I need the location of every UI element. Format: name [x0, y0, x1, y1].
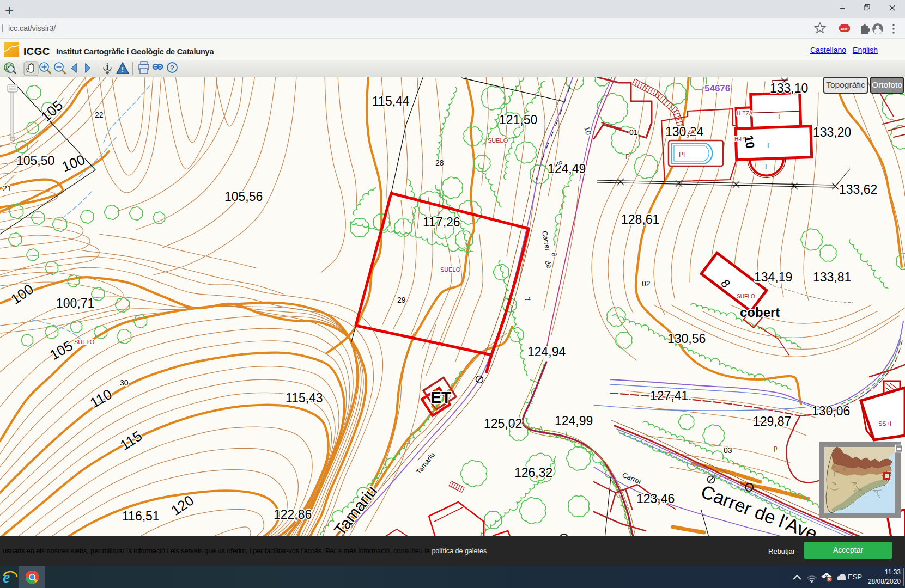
svg-text:133,62: 133,62	[839, 182, 877, 197]
svg-text:02: 02	[642, 279, 651, 288]
svg-text:21: 21	[3, 184, 11, 193]
svg-text:PI: PI	[679, 151, 685, 158]
svg-text:133,20: 133,20	[813, 125, 851, 139]
svg-text:ABP: ABP	[841, 27, 849, 31]
svg-text:SUELO: SUELO	[440, 266, 461, 273]
svg-text:ET: ET	[430, 388, 451, 406]
svg-text:105,56: 105,56	[224, 189, 263, 204]
svg-text:22: 22	[95, 111, 104, 119]
svg-text:115,43: 115,43	[286, 391, 323, 405]
svg-text:30: 30	[120, 378, 129, 387]
svg-text:133,81: 133,81	[813, 270, 851, 284]
svg-text:10: 10	[742, 134, 757, 150]
svg-text:SUELO: SUELO	[488, 137, 508, 144]
svg-text:?: ?	[170, 64, 174, 72]
svg-text:134,19: 134,19	[754, 270, 792, 284]
svg-text:128,61: 128,61	[621, 212, 659, 226]
svg-text:124,49: 124,49	[548, 162, 586, 176]
svg-text:100,71: 100,71	[56, 296, 94, 310]
svg-text:SUELO: SUELO	[737, 293, 755, 299]
svg-text:115,44: 115,44	[372, 94, 410, 108]
svg-text:116,51: 116,51	[122, 509, 160, 523]
svg-text:130,56: 130,56	[667, 332, 706, 346]
svg-text:cobert: cobert	[740, 305, 780, 320]
svg-text:125,02: 125,02	[484, 416, 522, 431]
svg-text:133,10: 133,10	[770, 81, 808, 95]
svg-text:124,99: 124,99	[555, 414, 593, 428]
svg-text:I: I	[767, 142, 769, 150]
svg-text:p: p	[774, 444, 778, 452]
svg-text:29: 29	[397, 296, 406, 304]
svg-text:105,50: 105,50	[16, 154, 54, 168]
svg-text:28: 28	[435, 158, 444, 167]
svg-text:124,94: 124,94	[527, 345, 566, 359]
svg-text:117,26: 117,26	[423, 215, 460, 229]
svg-text:01: 01	[629, 128, 638, 137]
svg-text:03: 03	[724, 446, 732, 455]
svg-text:123,46: 123,46	[636, 492, 675, 506]
svg-text:I: I	[765, 163, 767, 170]
svg-text:I: I	[778, 113, 780, 120]
svg-text:!: !	[122, 66, 124, 74]
svg-text:129,87: 129,87	[753, 414, 791, 428]
svg-text:121,50: 121,50	[499, 113, 537, 127]
svg-text:i: i	[106, 62, 109, 71]
svg-text:H-TZA: H-TZA	[737, 111, 753, 117]
svg-text:54676: 54676	[704, 83, 730, 94]
svg-text:130,24: 130,24	[665, 125, 704, 139]
svg-text:SS+I: SS+I	[878, 420, 891, 427]
svg-text:126,32: 126,32	[514, 465, 552, 480]
svg-text:P: P	[625, 153, 630, 161]
svg-text:130,06: 130,06	[812, 404, 850, 418]
svg-text:SUELO: SUELO	[74, 339, 95, 345]
svg-text:127,41: 127,41	[650, 389, 688, 403]
svg-text:122,86: 122,86	[274, 507, 312, 522]
svg-text:ZA: ZA	[688, 129, 695, 135]
